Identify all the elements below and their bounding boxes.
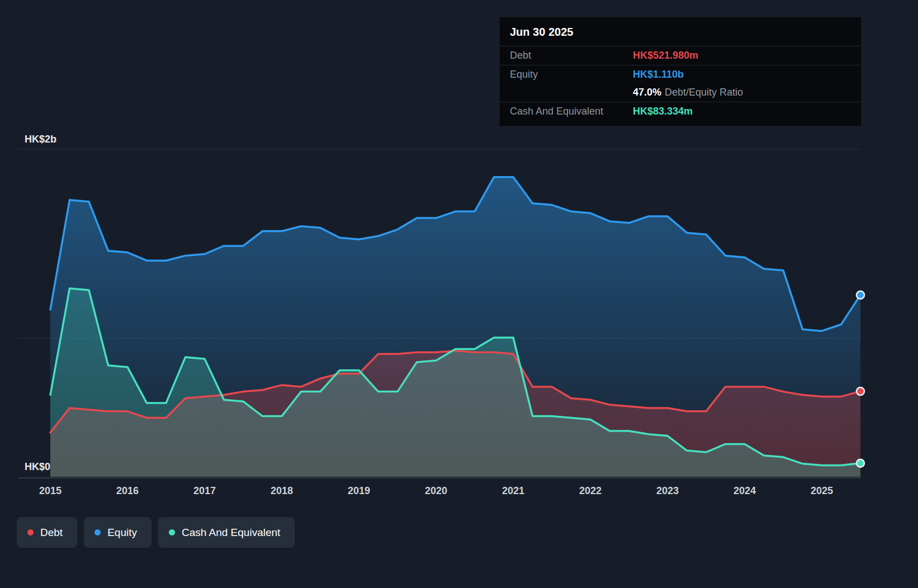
tooltip-row-equity: Equity HK$1.110b	[500, 65, 861, 83]
x-tick-label: 2021	[502, 485, 524, 496]
legend: Debt Equity Cash And Equivalent	[17, 517, 295, 548]
x-tick-label: 2018	[271, 485, 293, 496]
tooltip-label-equity: Equity	[510, 69, 538, 80]
legend-item-cash[interactable]: Cash And Equivalent	[158, 517, 295, 548]
legend-item-equity[interactable]: Equity	[84, 517, 152, 548]
legend-label-cash: Cash And Equivalent	[182, 527, 280, 539]
tooltip-value-debt: HK$521.980m	[633, 50, 698, 61]
tooltip-value-ratio: 47.0%Debt/Equity Ratio	[633, 87, 743, 98]
debt-endpoint	[857, 387, 864, 395]
legend-item-debt[interactable]: Debt	[17, 517, 77, 548]
cash-and-equivalent-endpoint	[857, 459, 864, 467]
ratio-percentage: 47.0%	[633, 87, 661, 98]
x-tick-label: 2023	[656, 485, 679, 496]
legend-label-equity: Equity	[107, 527, 137, 539]
y-tick-label: HK$0	[25, 461, 50, 472]
x-tick-label: 2022	[579, 485, 602, 496]
tooltip-row-cash: Cash And Equivalent HK$83.334m	[500, 102, 861, 120]
cash-legend-dot-icon	[169, 529, 175, 535]
x-tick-label: 2016	[116, 485, 139, 496]
tooltip-value-cash: HK$83.334m	[633, 106, 693, 117]
tooltip-date: Jun 30 2025	[500, 17, 861, 46]
equity-legend-dot-icon	[94, 529, 101, 535]
tooltip-value-equity: HK$1.110b	[633, 69, 684, 80]
legend-label-debt: Debt	[40, 527, 63, 539]
equity-endpoint	[857, 291, 864, 299]
x-tick-label: 2017	[193, 485, 216, 496]
x-tick-label: 2019	[348, 485, 370, 496]
y-tick-label: HK$2b	[25, 134, 56, 145]
x-tick-label: 2020	[425, 485, 447, 496]
tooltip-label-cash: Cash And Equivalent	[510, 106, 603, 117]
x-tick-label: 2025	[811, 485, 833, 496]
ratio-suffix: Debt/Equity Ratio	[665, 87, 743, 98]
x-tick-label: 2024	[734, 485, 756, 496]
tooltip: Jun 30 2025 Debt HK$521.980m Equity HK$1…	[499, 17, 862, 126]
debt-legend-dot-icon	[27, 529, 34, 535]
tooltip-row-debt: Debt HK$521.980m	[500, 46, 861, 65]
tooltip-row-ratio: 47.0%Debt/Equity Ratio	[500, 83, 861, 102]
tooltip-label-debt: Debt	[510, 50, 531, 61]
x-tick-label: 2015	[39, 485, 61, 496]
